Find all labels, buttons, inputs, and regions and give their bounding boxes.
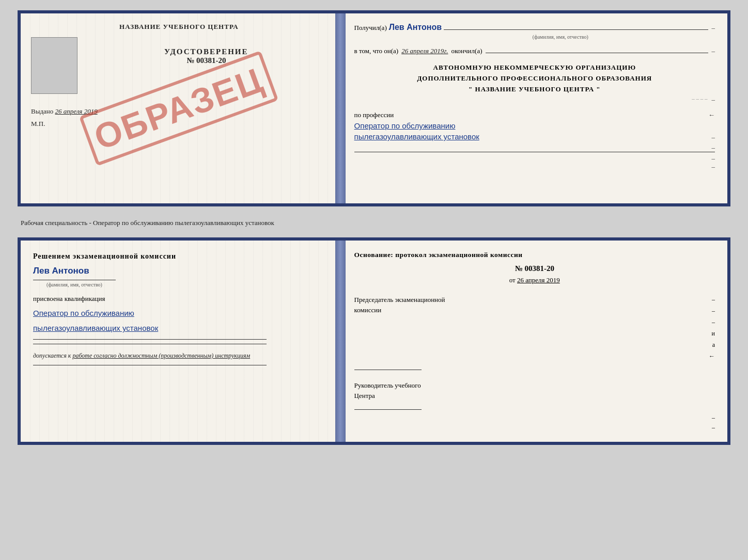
top-spread: НАЗВАНИЕ УЧЕБНОГО ЦЕНТРА УДОСТОВЕРЕНИЕ №…: [18, 10, 730, 206]
dash-r1: –: [712, 295, 715, 304]
org-quote2: ": [596, 85, 600, 93]
top-right-page: Получил(а) Лев Антонов – (фамилия, имя, …: [339, 13, 727, 203]
dash-r6: ←: [709, 351, 715, 361]
protokol-number: № 00381-20: [354, 264, 715, 273]
recipient-line: Получил(а) Лев Антонов –: [354, 23, 715, 32]
v-tom-label: в том, что он(а): [354, 47, 399, 55]
dash2: –: [711, 47, 715, 55]
dash7: –: [711, 154, 715, 163]
predsedatel-line2: комиссии: [354, 305, 445, 315]
dash-r8: –: [712, 424, 715, 431]
vydano-label: Выдано: [31, 107, 53, 115]
dash8: –: [711, 163, 715, 171]
org-line2: ДОПОЛНИТЕЛЬНОГО ПРОФЕССИОНАЛЬНОГО ОБРАЗО…: [354, 73, 715, 84]
rukovoditel-sig-line: [354, 403, 422, 410]
bottom-spread: Решением экзаменационной комиссии Лев Ан…: [18, 237, 730, 445]
bottom-left-page: Решением экзаменационной комиссии Лев Ан…: [21, 241, 339, 442]
profession-line1: Оператор по обслуживанию: [354, 121, 715, 130]
qual-line2: пылегазоулавливающих установок: [33, 322, 325, 335]
prof-block: по профессии ← Оператор по обслуживанию …: [354, 111, 715, 171]
fio-label-top: (фамилия, имя, отчество): [533, 34, 588, 40]
rukovoditel-line1: Руководитель учебного: [354, 380, 715, 391]
komissia-block: Решением экзаменационной комиссии Лев Ан…: [33, 251, 325, 365]
cert-date: 26 апреля 2019г.: [401, 47, 448, 55]
ot-label: от: [509, 276, 516, 284]
org-line1: АВТОНОМНУЮ НЕКОММЕРЧЕСКУЮ ОРГАНИЗАЦИЮ: [354, 62, 715, 73]
document-container: НАЗВАНИЕ УЧЕБНОГО ЦЕНТРА УДОСТОВЕРЕНИЕ №…: [18, 10, 730, 445]
osnovanie-header: Основание: протокол экзаменационной коми…: [354, 251, 715, 259]
okonchil-label: окончил(а): [451, 47, 482, 55]
dopuskaetsya-block: допускается к работе согласно должностны…: [33, 350, 325, 361]
dash5: –: [711, 133, 715, 141]
dash6: –: [711, 143, 715, 152]
ot-date-block: от 26 апреля 2019: [354, 276, 715, 284]
bottom-page-binding: [335, 241, 346, 442]
dopuskaetsya-label: допускается к: [33, 352, 71, 359]
photo-placeholder: [31, 37, 77, 94]
date-line: в том, что он(а) 26 апреля 2019г. окончи…: [354, 47, 715, 55]
po-professii-label: по профессии: [354, 111, 394, 119]
dash-r4: и: [712, 329, 715, 338]
komissia-header: Решением экзаменационной комиссии: [33, 251, 325, 262]
poluchil-label: Получил(а): [354, 24, 387, 32]
predsedatel-block: Председатель экзаменационной комиссии – …: [354, 295, 715, 361]
cert-number: № 00381-20: [186, 56, 226, 65]
dash-r7: –: [712, 414, 715, 422]
udostoverenie-block: УДОСТОВЕРЕНИЕ № 00381-20: [86, 47, 327, 65]
page-binding: [335, 13, 346, 203]
udostoverenie-label: УДОСТОВЕРЕНИЕ: [164, 47, 248, 56]
dash-r3: –: [712, 317, 715, 327]
org-name-line: " НАЗВАНИЕ УЧЕБНОГО ЦЕНТРА ": [354, 84, 715, 95]
middle-label: Рабочая специальность - Оператор по обсл…: [18, 215, 730, 229]
vydano-block: Выдано 26 апреля 2019: [31, 107, 327, 116]
dopuskaetsya-text: работе согласно должностным (производств…: [72, 352, 250, 359]
dash4: ←: [708, 111, 715, 119]
predsedatel-line1: Председатель экзаменационной: [354, 295, 445, 305]
side-note: – – – –: [692, 95, 707, 104]
bottom-fio-label: (фамилия, имя, отчество): [33, 280, 116, 289]
dash-r5: а: [712, 340, 715, 349]
org-block: АВТОНОМНУЮ НЕКОММЕРЧЕСКУЮ ОРГАНИЗАЦИЮ ДО…: [354, 62, 715, 94]
vydano-date: 26 апреля 2019: [55, 107, 98, 115]
recipient-name-top: Лев Антонов: [389, 23, 442, 32]
dash3: –: [711, 95, 715, 104]
prisvoena-label: присвоена квалификация: [33, 293, 325, 305]
predsedatel-sig-line: [354, 363, 422, 370]
top-left-title: НАЗВАНИЕ УЧЕБНОГО ЦЕНТРА: [31, 23, 327, 31]
org-name: НАЗВАНИЕ УЧЕБНОГО ЦЕНТРА: [475, 85, 595, 93]
qual-line1: Оператор по обслуживанию: [33, 307, 325, 320]
rukovoditel-line2: Центра: [354, 391, 715, 401]
bottom-right-page: Основание: протокол экзаменационной коми…: [339, 241, 727, 442]
mp-label: М.П.: [31, 120, 327, 128]
dash1: –: [711, 24, 715, 32]
rukovoditel-block: Руководитель учебного Центра: [354, 380, 715, 401]
top-left-page: НАЗВАНИЕ УЧЕБНОГО ЦЕНТРА УДОСТОВЕРЕНИЕ №…: [21, 13, 339, 203]
org-quote1: ": [469, 85, 473, 93]
bottom-recipient-name: Лев Антонов: [33, 264, 325, 279]
profession-line2: пылегазоулавливающих установок: [354, 132, 479, 141]
dash-r2: –: [712, 306, 715, 315]
ot-date-value: 26 апреля 2019: [517, 276, 560, 284]
